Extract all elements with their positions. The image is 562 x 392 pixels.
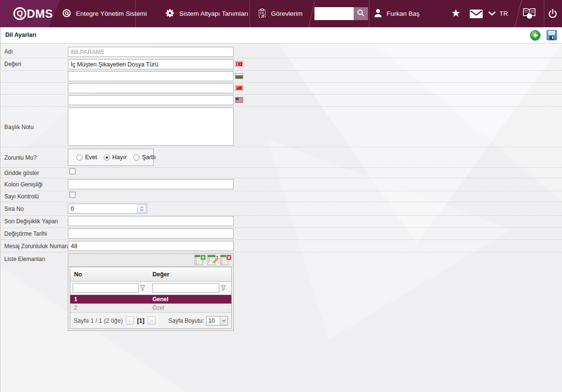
- row-separator: [0, 252, 562, 252]
- pager-info: Sayfa 1 / 1 (2 öğe): [74, 317, 123, 324]
- page-title: Dil Ayarları: [5, 32, 36, 38]
- page-size-label: Sayfa Boyutu:: [168, 317, 204, 324]
- logout-button[interactable]: [548, 9, 558, 21]
- field-label-gridde-goster: Gridde göster: [4, 170, 39, 176]
- diagonal-separator: [515, 0, 522, 27]
- search-icon: [357, 9, 365, 18]
- tasks-icon: [258, 9, 266, 19]
- field-label-liste-elemanlari: Liste Elemanları: [4, 256, 45, 262]
- global-search: [314, 7, 368, 20]
- language-selector[interactable]: TR: [488, 0, 508, 27]
- background-facet: [239, 44, 562, 244]
- kolon-genisligi-input[interactable]: [68, 179, 234, 189]
- search-input[interactable]: [314, 7, 354, 20]
- back-button[interactable]: [530, 30, 541, 43]
- cell-deger: Genel: [151, 296, 231, 303]
- row-separator: [0, 228, 562, 228]
- save-icon: [546, 34, 557, 42]
- messages-button[interactable]: [470, 10, 483, 20]
- field-label-degeri: Değeri: [4, 61, 21, 67]
- row-separator: [0, 82, 562, 83]
- row-separator: [0, 191, 562, 191]
- filter-funnel-icon[interactable]: [140, 285, 145, 291]
- baslik-notu-textarea[interactable]: [68, 108, 234, 146]
- favorites-button[interactable]: ★: [451, 8, 461, 19]
- sayi-kontrolu-checkbox[interactable]: [69, 192, 76, 198]
- table-row-selected[interactable]: 1 Genel: [70, 295, 231, 304]
- radio-option-hayir[interactable]: Hayır: [104, 154, 127, 161]
- menu-separator: [369, 0, 369, 27]
- row-separator: [0, 167, 562, 168]
- menu-item-gorevlerim[interactable]: Görevlerim: [258, 0, 303, 27]
- degistirme-tarihi-input[interactable]: [68, 229, 234, 239]
- table-row[interactable]: 2 Özel: [70, 304, 231, 312]
- liste-elemanlari-grid: No Değer 1 Genel 2 Özel: [68, 253, 234, 331]
- menu-separator: [544, 0, 544, 27]
- chevron-down-icon: [220, 316, 227, 325]
- field-label-son-degisiklik-yapan: Son Değişiklik Yapan: [4, 218, 58, 225]
- delete-row-button[interactable]: [220, 254, 232, 266]
- cell-no: 2: [70, 305, 151, 311]
- field-label-baslik-notu: Başlık Notu: [4, 124, 33, 131]
- edit-row-button[interactable]: [207, 254, 219, 266]
- column-header-no[interactable]: No: [70, 271, 151, 278]
- gear-icon: [165, 9, 174, 19]
- grid-pager: Sayfa 1 / 1 (2 öğe) ‹ [1] › Sayfa Boyutu…: [70, 312, 231, 328]
- field-label-mesaj-zorunluluk-numarasi: Mesaj Zorunluluk Numarası: [4, 243, 75, 250]
- add-row-button[interactable]: [195, 254, 206, 266]
- spinner-buttons[interactable]: [137, 205, 146, 213]
- star-icon: ★: [451, 8, 461, 19]
- radio-option-evet[interactable]: Evet: [76, 154, 97, 161]
- menu-item-sistem-altyapi-tanimlari[interactable]: Sistem Altyapı Tanımları: [165, 0, 249, 27]
- form-area: Adı Değeri Başlık Notu Zorunlu Mu? Evet …: [0, 44, 562, 392]
- documentation-button[interactable]: [522, 8, 536, 22]
- zorunlu-mu-radio-group: Evet Hayır Şartlı: [68, 149, 154, 166]
- filter-no-input[interactable]: [73, 283, 139, 293]
- row-separator: [0, 215, 562, 216]
- degeri-bulgarian-input[interactable]: [68, 71, 234, 81]
- radio-option-sartli[interactable]: Şartlı: [133, 154, 156, 161]
- search-button[interactable]: [354, 7, 368, 20]
- bulgarian-flag-icon: [235, 73, 243, 79]
- turkish-flag-icon: [235, 61, 243, 67]
- radio-icon: [76, 154, 83, 161]
- user-menu[interactable]: Furkan Baş: [374, 0, 420, 27]
- top-navigation-bar: Q DMS Entegre Yönetim Sistemi Sistem Alt…: [0, 0, 562, 27]
- field-label-sira-no: Sıra No: [4, 206, 24, 212]
- user-name: Furkan Baş: [387, 10, 420, 17]
- spinner-down-icon: [140, 209, 144, 211]
- degeri-turkish-input[interactable]: [68, 59, 234, 69]
- field-label-sayi-kontrolu: Sayı Kontrolü: [4, 193, 39, 200]
- menu-item-entegre-yonetim-sistemi[interactable]: Entegre Yönetim Sistemi: [62, 0, 147, 27]
- filter-funnel-icon[interactable]: [221, 285, 226, 291]
- radio-selected-icon: [104, 154, 110, 161]
- menu-separator: [249, 0, 250, 27]
- chevron-right-icon: ›: [151, 318, 153, 324]
- row-separator: [0, 147, 562, 147]
- adi-input[interactable]: [68, 47, 234, 57]
- cell-deger: Özel: [151, 305, 231, 311]
- field-label-adi: Adı: [4, 48, 13, 55]
- language-code: TR: [499, 10, 508, 17]
- son-degisiklik-yapan-input[interactable]: [68, 216, 234, 226]
- page-header: Dil Ayarları: [0, 27, 562, 44]
- sira-no-input[interactable]: [68, 204, 137, 213]
- pager-current-page[interactable]: [1]: [137, 317, 144, 324]
- mesaj-zorunluluk-numarasi-input[interactable]: [68, 241, 234, 251]
- book-icon: [522, 8, 536, 22]
- chevron-left-icon: ‹: [129, 318, 131, 324]
- gridde-goster-checkbox[interactable]: [69, 168, 76, 174]
- page-size-select[interactable]: 10: [206, 316, 228, 326]
- degeri-english-input[interactable]: [68, 95, 234, 105]
- save-button[interactable]: [546, 30, 557, 43]
- column-header-deger[interactable]: Değer: [151, 271, 231, 278]
- degeri-chinese-input[interactable]: [68, 83, 234, 93]
- filter-deger-input[interactable]: [152, 283, 219, 293]
- pager-prev-button[interactable]: ‹: [126, 316, 134, 325]
- row-separator: [0, 106, 562, 107]
- pager-next-button[interactable]: ›: [148, 316, 156, 325]
- spinner-up-icon: [140, 206, 144, 208]
- qdms-circle-icon: [62, 9, 71, 19]
- row-separator: [0, 58, 562, 58]
- qdms-logo[interactable]: Q DMS: [0, 0, 60, 27]
